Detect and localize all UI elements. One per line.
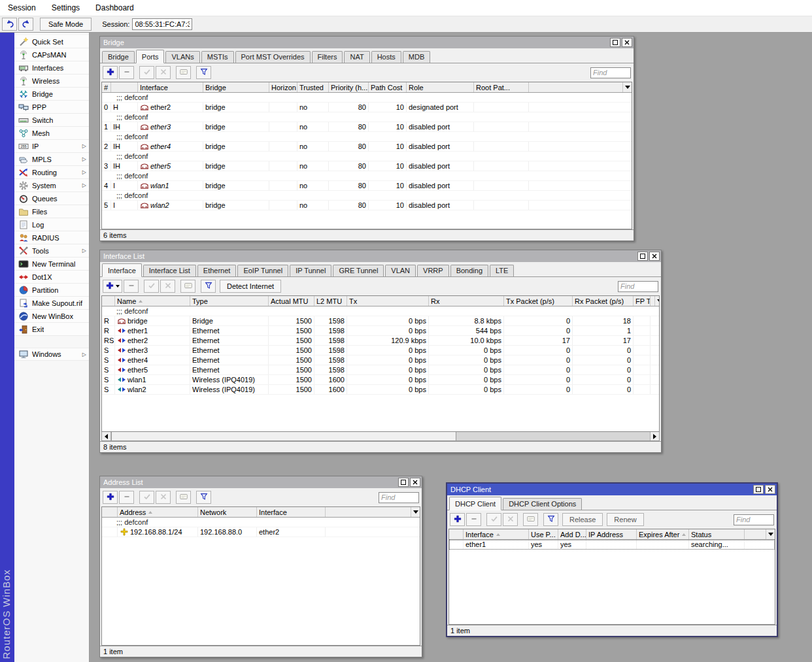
add-dropdown-button[interactable] [103,280,122,293]
sidebar-item-partition[interactable]: Partition [14,284,89,297]
interface-tab-vrrp[interactable]: VRRP [417,265,449,276]
sidebar-item-switch[interactable]: Switch [14,114,89,127]
disable-button[interactable] [503,513,518,526]
menu-session[interactable]: Session [5,1,44,15]
enable-button[interactable] [139,66,154,79]
disable-button[interactable] [160,280,175,293]
column-header-root-pat[interactable]: Root Pat... [474,82,529,92]
bridge-tab-bridge[interactable]: Bridge [102,51,135,63]
column-header-path-cost[interactable]: Path Cost [369,82,407,92]
redo-button[interactable] [18,18,33,31]
sidebar-item-windows[interactable]: Windows▷ [14,348,89,361]
column-header-flags[interactable] [449,529,464,539]
column-header-name[interactable]: Name [115,296,190,306]
bridge-tab-mstis[interactable]: MSTIs [201,51,234,63]
table-row-bridge[interactable]: RbridgeBridge150015980 bps8.8 kbps018 [102,316,659,326]
column-header-priority-h[interactable]: Priority (h... [329,82,369,92]
find-input[interactable] [379,492,419,503]
add-button[interactable] [450,513,465,526]
column-header-ip-address[interactable]: IP Address [586,529,637,539]
comment-row[interactable]: ;;; defconf [102,171,632,181]
sidebar-item-ip[interactable]: 255IP▷ [14,140,89,153]
interface-tab-eoip-tunnel[interactable]: EoIP Tunnel [237,265,288,276]
column-header-interface[interactable]: Interface [138,82,203,92]
bridge-tab-port-mst-overrides[interactable]: Port MST Overrides [235,51,311,63]
table-row-wlan1[interactable]: Swlan1Wireless (IPQ4019)150016000 bps0 b… [102,375,659,385]
table-row-ether5[interactable]: 3IHether5bridgeno8010disabled port [102,161,632,171]
remove-button[interactable] [119,491,134,504]
menu-settings[interactable]: Settings [49,1,88,15]
dhcp-tab-dhcp-client-options[interactable]: DHCP Client Options [503,498,582,510]
comment-row[interactable]: ;;; defconf [102,93,632,103]
interface-tab-bonding[interactable]: Bonding [450,265,488,276]
column-select-button[interactable] [411,507,420,517]
column-header-interface[interactable]: Interface [464,529,529,539]
column-header-tx-packet-p-s[interactable]: Tx Packet (p/s) [504,296,573,306]
bridge-tab-vlans[interactable]: VLANs [165,51,199,63]
sidebar-item-new-terminal[interactable]: New Terminal [14,257,89,271]
table-row-192-168-88-1-24[interactable]: 192.168.88.1/24192.168.88.0ether2 [102,527,420,537]
dhcp-tab-dhcp-client[interactable]: DHCP Client [449,497,501,510]
comment-button[interactable] [180,280,195,293]
column-header-rx-packet-p-s[interactable]: Rx Packet (p/s) [573,296,634,306]
column-header-fp-t[interactable]: FP T [634,296,651,306]
sidebar-item-routing[interactable]: Routing▷ [14,166,89,179]
comment-row[interactable]: ;;; defconf [102,112,632,122]
interface-tab-interface-list[interactable]: Interface List [143,265,196,276]
remove-button[interactable] [466,513,481,526]
comment-row[interactable]: ;;; defconf [102,191,632,201]
table-row-wlan2[interactable]: Swlan2Wireless (IPQ4019)150016000 bps0 b… [102,385,659,395]
sidebar-item-log[interactable]: Log [14,218,89,231]
comment-row[interactable]: ;;; defconf [102,518,420,527]
column-header-flags[interactable] [111,82,138,92]
filter-button[interactable] [201,280,216,293]
find-input[interactable] [734,514,774,525]
sidebar-item-new-winbox[interactable]: New WinBox [14,310,89,323]
comment-button[interactable] [523,513,538,526]
bridge-tab-filters[interactable]: Filters [312,51,343,63]
safe-mode-button[interactable]: Safe Mode [40,18,92,31]
maximize-button[interactable] [398,478,409,487]
column-header-role[interactable]: Role [407,82,474,92]
comment-button[interactable] [176,491,191,504]
enable-button[interactable] [144,280,159,293]
bridge-tab-ports[interactable]: Ports [136,50,165,63]
filter-button[interactable] [543,513,558,526]
release-button[interactable]: Release [562,513,603,526]
dhcp-client-titlebar[interactable]: DHCP Client [447,484,777,495]
filter-button[interactable] [196,491,211,504]
find-input[interactable] [618,281,658,292]
remove-button[interactable] [124,280,139,293]
maximize-button[interactable] [753,485,764,494]
close-button[interactable] [649,252,660,261]
scroll-left-button[interactable] [102,432,111,440]
column-header-interface[interactable]: Interface [257,507,326,517]
find-input[interactable] [590,67,631,78]
column-select-button[interactable] [766,529,775,539]
column-header-status[interactable]: Status [689,529,745,539]
scroll-right-button[interactable] [650,432,659,440]
interface-tab-vlan[interactable]: VLAN [385,265,416,276]
sidebar-item-quick-set[interactable]: Quick Set [14,35,89,48]
table-row-ether5[interactable]: Sether5Ethernet150015980 bps0 bps00 [102,365,659,375]
bridge-tab-nat[interactable]: NAT [344,51,369,63]
table-row-ether1[interactable]: Rether1Ethernet150015980 bps544 bps01 [102,326,659,336]
comment-button[interactable] [176,66,191,79]
column-select-button[interactable] [654,296,660,306]
close-button[interactable] [765,485,775,494]
enable-button[interactable] [486,513,501,526]
enable-button[interactable] [139,491,154,504]
disable-button[interactable] [156,66,171,79]
column-header-rx[interactable]: Rx [429,296,504,306]
column-header-flags[interactable] [102,296,115,306]
bridge-tab-hosts[interactable]: Hosts [371,51,401,63]
column-header-expires-after[interactable]: Expires After [637,529,689,539]
bridge-titlebar[interactable]: Bridge [100,37,634,48]
column-header-add-d[interactable]: Add D... [558,529,586,539]
scrollbar-thumb[interactable] [111,432,456,440]
sidebar-item-make-supout-rif[interactable]: Make Supout.rif [14,297,89,310]
sidebar-item-exit[interactable]: Exit [14,323,89,336]
column-header-trusted[interactable]: Trusted [297,82,329,92]
column-select-button[interactable] [622,82,632,92]
disable-button[interactable] [156,491,171,504]
